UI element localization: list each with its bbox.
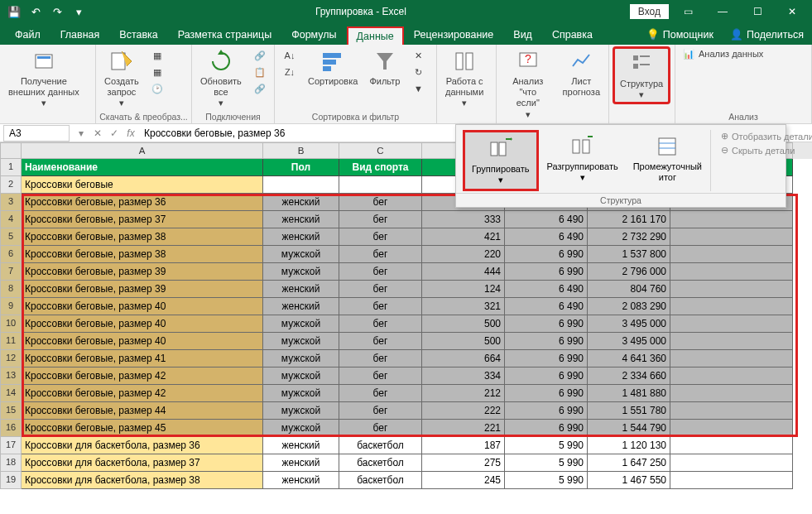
cell[interactable] bbox=[670, 472, 793, 489]
cell[interactable]: Кроссовки беговые, размер 40 bbox=[22, 315, 263, 333]
cell[interactable]: женский bbox=[263, 454, 339, 472]
maximize-icon[interactable]: ☐ bbox=[741, 2, 774, 22]
row-header[interactable]: 14 bbox=[0, 385, 22, 402]
cell[interactable]: женский bbox=[263, 472, 339, 489]
get-external-data-button[interactable]: Получение внешних данных ▾ bbox=[3, 46, 84, 111]
group-button[interactable]: Группировать▾ bbox=[463, 130, 539, 191]
row-header[interactable]: 5 bbox=[0, 228, 22, 246]
row-header[interactable]: 6 bbox=[0, 246, 22, 263]
tab-view[interactable]: Вид bbox=[503, 25, 542, 45]
cell[interactable]: бег bbox=[339, 385, 422, 402]
cell[interactable]: 2 796 000 bbox=[588, 263, 670, 281]
advanced-button[interactable]: ▼ bbox=[408, 81, 428, 96]
cell[interactable]: 5 990 bbox=[505, 454, 588, 472]
cell[interactable] bbox=[670, 263, 793, 281]
cell[interactable]: Кроссовки беговые, размер 38 bbox=[22, 228, 263, 246]
filter-button[interactable]: Фильтр bbox=[364, 46, 405, 89]
outline-button[interactable]: Структура▾ bbox=[613, 46, 670, 104]
cell[interactable]: 500 bbox=[422, 333, 505, 350]
show-queries-button[interactable]: ▦ bbox=[147, 48, 167, 63]
cell[interactable]: 1 551 780 bbox=[588, 402, 670, 420]
cell[interactable]: 6 990 bbox=[505, 385, 588, 402]
cell[interactable]: Кроссовки беговые, размер 38 bbox=[22, 246, 263, 263]
cell[interactable]: 1 647 250 bbox=[588, 454, 670, 472]
fx-icon[interactable]: fx bbox=[123, 127, 139, 139]
cell[interactable]: 444 bbox=[422, 263, 505, 281]
cell[interactable]: 333 bbox=[422, 211, 505, 228]
cell[interactable] bbox=[263, 176, 339, 194]
cell[interactable]: 6 990 bbox=[505, 246, 588, 263]
cell[interactable]: баскетбол bbox=[339, 472, 422, 489]
cell[interactable]: мужской bbox=[263, 420, 339, 437]
row-header[interactable]: 12 bbox=[0, 350, 22, 367]
cell[interactable]: мужской bbox=[263, 402, 339, 420]
cell[interactable]: Кроссовки беговые, размер 44 bbox=[22, 402, 263, 420]
cell[interactable] bbox=[670, 367, 793, 385]
whatif-button[interactable]: ?Анализ "что если" ▾ bbox=[500, 46, 556, 122]
redo-icon[interactable]: ↷ bbox=[48, 2, 66, 21]
cell[interactable]: Кроссовки для баскетбола, размер 37 bbox=[22, 454, 263, 472]
login-button[interactable]: Вход bbox=[629, 3, 670, 20]
col-header-a[interactable]: A bbox=[22, 142, 263, 159]
qat-more-icon[interactable]: ▾ bbox=[70, 2, 88, 21]
namebox-dropdown-icon[interactable]: ▾ bbox=[73, 127, 89, 139]
cell[interactable]: бег bbox=[339, 228, 422, 246]
tab-home[interactable]: Главная bbox=[50, 25, 110, 45]
subtotal-button[interactable]: Промежуточный итог bbox=[627, 130, 709, 191]
cell[interactable]: Кроссовки беговые, размер 45 bbox=[22, 420, 263, 437]
cell[interactable]: 500 bbox=[422, 315, 505, 333]
cell[interactable]: женский bbox=[263, 298, 339, 315]
undo-icon[interactable]: ↶ bbox=[26, 2, 45, 21]
sort-az-button[interactable]: A↓ bbox=[280, 48, 300, 63]
tab-formulas[interactable]: Формулы bbox=[281, 25, 346, 45]
data-tools-button[interactable]: Работа с данными ▾ bbox=[440, 46, 488, 111]
row-header[interactable]: 13 bbox=[0, 367, 22, 385]
row-header[interactable]: 16 bbox=[0, 420, 22, 437]
cell[interactable]: 6 990 bbox=[505, 350, 588, 367]
enter-formula-icon[interactable]: ✓ bbox=[106, 127, 123, 139]
close-icon[interactable]: ✕ bbox=[776, 2, 809, 22]
cell[interactable]: 5 990 bbox=[505, 437, 588, 454]
cell[interactable]: Кроссовки беговые, размер 40 bbox=[22, 333, 263, 350]
cell[interactable]: 321 bbox=[422, 298, 505, 315]
row-header[interactable]: 1 bbox=[0, 159, 22, 176]
cell[interactable]: 187 bbox=[422, 437, 505, 454]
cell[interactable]: Наименование bbox=[22, 159, 263, 176]
cell[interactable] bbox=[670, 228, 793, 246]
cell[interactable]: Кроссовки беговые, размер 42 bbox=[22, 367, 263, 385]
cancel-formula-icon[interactable]: ✕ bbox=[89, 127, 106, 139]
cell[interactable]: 6 990 bbox=[505, 315, 588, 333]
new-query-button[interactable]: Создать запрос ▾ bbox=[99, 46, 144, 111]
row-header[interactable]: 11 bbox=[0, 333, 22, 350]
cell[interactable]: Кроссовки для баскетбола, размер 38 bbox=[22, 472, 263, 489]
cell[interactable]: 5 990 bbox=[505, 472, 588, 489]
cell[interactable]: 6 490 bbox=[505, 281, 588, 298]
row-header[interactable]: 17 bbox=[0, 437, 22, 454]
cell[interactable] bbox=[670, 211, 793, 228]
cell[interactable] bbox=[670, 350, 793, 367]
cell[interactable]: Кроссовки беговые, размер 39 bbox=[22, 281, 263, 298]
cell[interactable]: бег bbox=[339, 350, 422, 367]
cell[interactable]: 6 990 bbox=[505, 420, 588, 437]
ungroup-button[interactable]: Разгруппировать▾ bbox=[541, 130, 625, 191]
cell[interactable]: женский bbox=[263, 437, 339, 454]
minimize-icon[interactable]: — bbox=[706, 2, 739, 22]
cell[interactable] bbox=[670, 454, 793, 472]
cell[interactable] bbox=[670, 315, 793, 333]
cell[interactable]: бег bbox=[339, 211, 422, 228]
cell[interactable] bbox=[670, 281, 793, 298]
cell[interactable]: 221 bbox=[422, 420, 505, 437]
cell[interactable]: 664 bbox=[422, 350, 505, 367]
cell[interactable]: 6 990 bbox=[505, 263, 588, 281]
edit-links-button[interactable]: 🔗 bbox=[250, 81, 270, 96]
forecast-button[interactable]: Лист прогноза bbox=[558, 46, 605, 99]
cell[interactable] bbox=[670, 298, 793, 315]
cell[interactable]: Кроссовки беговые, размер 40 bbox=[22, 298, 263, 315]
cell[interactable]: 6 490 bbox=[505, 211, 588, 228]
properties-button[interactable]: 📋 bbox=[250, 65, 270, 79]
tab-review[interactable]: Рецензирование bbox=[404, 25, 504, 45]
cell[interactable]: 6 990 bbox=[505, 367, 588, 385]
cell[interactable]: Кроссовки для баскетбола, размер 36 bbox=[22, 437, 263, 454]
cell[interactable]: 2 161 170 bbox=[588, 211, 670, 228]
row-header[interactable]: 3 bbox=[0, 194, 22, 211]
